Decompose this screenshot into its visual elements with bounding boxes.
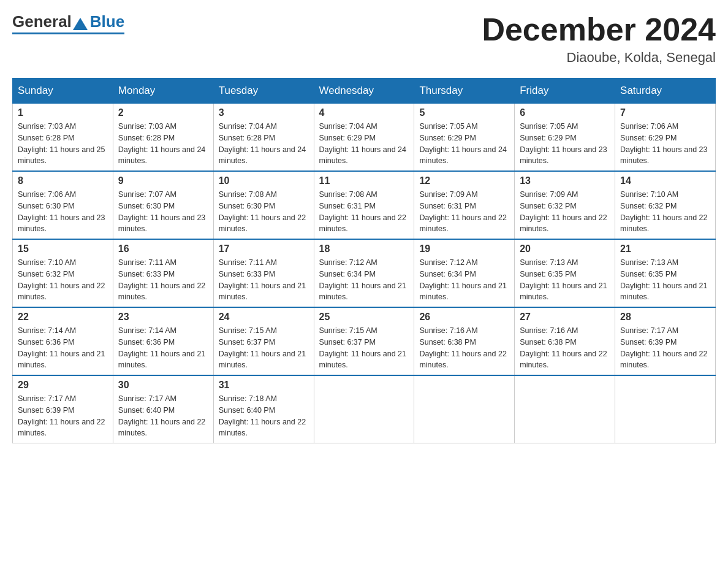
day-info: Sunrise: 7:18 AM Sunset: 6:40 PM Dayligh… [219,393,309,439]
calendar-cell: 21 Sunrise: 7:13 AM Sunset: 6:35 PM Dayl… [615,239,716,307]
day-info: Sunrise: 7:05 AM Sunset: 6:29 PM Dayligh… [419,121,509,167]
day-info: Sunrise: 7:15 AM Sunset: 6:37 PM Dayligh… [219,325,309,371]
calendar-cell: 25 Sunrise: 7:15 AM Sunset: 6:37 PM Dayl… [314,307,414,375]
calendar-cell: 31 Sunrise: 7:18 AM Sunset: 6:40 PM Dayl… [213,375,314,443]
calendar-cell: 6 Sunrise: 7:05 AM Sunset: 6:29 PM Dayli… [515,104,615,172]
day-info: Sunrise: 7:03 AM Sunset: 6:28 PM Dayligh… [118,121,208,167]
calendar-cell: 23 Sunrise: 7:14 AM Sunset: 6:36 PM Dayl… [113,307,213,375]
calendar-cell: 13 Sunrise: 7:09 AM Sunset: 6:32 PM Dayl… [515,171,615,239]
calendar-cell: 16 Sunrise: 7:11 AM Sunset: 6:33 PM Dayl… [113,239,213,307]
calendar-cell: 18 Sunrise: 7:12 AM Sunset: 6:34 PM Dayl… [314,239,414,307]
day-info: Sunrise: 7:11 AM Sunset: 6:33 PM Dayligh… [118,257,208,303]
day-number: 23 [118,312,208,323]
day-info: Sunrise: 7:12 AM Sunset: 6:34 PM Dayligh… [419,257,509,303]
calendar-cell: 29 Sunrise: 7:17 AM Sunset: 6:39 PM Dayl… [13,375,113,443]
calendar-cell: 12 Sunrise: 7:09 AM Sunset: 6:31 PM Dayl… [414,171,515,239]
day-info: Sunrise: 7:06 AM Sunset: 6:29 PM Dayligh… [620,121,710,167]
header-cell-friday: Friday [515,79,615,104]
day-number: 24 [219,312,309,323]
calendar-cell: 28 Sunrise: 7:17 AM Sunset: 6:39 PM Dayl… [615,307,716,375]
day-number: 22 [18,312,108,323]
day-number: 17 [219,243,309,255]
header-cell-wednesday: Wednesday [314,79,414,104]
day-info: Sunrise: 7:14 AM Sunset: 6:36 PM Dayligh… [18,325,108,371]
day-number: 4 [319,107,409,118]
day-number: 20 [520,243,610,255]
day-info: Sunrise: 7:07 AM Sunset: 6:30 PM Dayligh… [118,189,208,235]
calendar-cell: 2 Sunrise: 7:03 AM Sunset: 6:28 PM Dayli… [113,104,213,172]
header-row: SundayMondayTuesdayWednesdayThursdayFrid… [13,79,716,104]
calendar-week-5: 29 Sunrise: 7:17 AM Sunset: 6:39 PM Dayl… [13,375,716,443]
calendar-cell: 1 Sunrise: 7:03 AM Sunset: 6:28 PM Dayli… [13,104,113,172]
page-header: General Blue December 2024 Diaoube, Kold… [12,12,716,66]
calendar-body: 1 Sunrise: 7:03 AM Sunset: 6:28 PM Dayli… [13,104,716,443]
day-number: 8 [18,175,108,186]
day-info: Sunrise: 7:10 AM Sunset: 6:32 PM Dayligh… [18,257,108,303]
calendar-cell: 5 Sunrise: 7:05 AM Sunset: 6:29 PM Dayli… [414,104,515,172]
calendar-table: SundayMondayTuesdayWednesdayThursdayFrid… [12,78,716,443]
calendar-cell: 26 Sunrise: 7:16 AM Sunset: 6:38 PM Dayl… [414,307,515,375]
day-info: Sunrise: 7:04 AM Sunset: 6:29 PM Dayligh… [319,121,409,167]
calendar-week-2: 8 Sunrise: 7:06 AM Sunset: 6:30 PM Dayli… [13,171,716,239]
day-info: Sunrise: 7:04 AM Sunset: 6:28 PM Dayligh… [219,121,309,167]
day-info: Sunrise: 7:16 AM Sunset: 6:38 PM Dayligh… [419,325,509,371]
calendar-cell: 14 Sunrise: 7:10 AM Sunset: 6:32 PM Dayl… [615,171,716,239]
day-number: 18 [319,243,409,255]
calendar-cell [615,375,716,443]
day-info: Sunrise: 7:12 AM Sunset: 6:34 PM Dayligh… [319,257,409,303]
day-info: Sunrise: 7:06 AM Sunset: 6:30 PM Dayligh… [18,189,108,235]
day-info: Sunrise: 7:14 AM Sunset: 6:36 PM Dayligh… [118,325,208,371]
day-number: 3 [219,107,309,118]
logo-blue-text: Blue [90,12,124,31]
calendar-cell: 27 Sunrise: 7:16 AM Sunset: 6:38 PM Dayl… [515,307,615,375]
day-number: 2 [118,107,208,118]
header-cell-saturday: Saturday [615,79,716,104]
day-number: 21 [620,243,710,255]
header-cell-sunday: Sunday [13,79,113,104]
calendar-cell: 4 Sunrise: 7:04 AM Sunset: 6:29 PM Dayli… [314,104,414,172]
header-cell-monday: Monday [113,79,213,104]
month-title: December 2024 [482,12,716,47]
day-info: Sunrise: 7:13 AM Sunset: 6:35 PM Dayligh… [620,257,710,303]
calendar-cell: 8 Sunrise: 7:06 AM Sunset: 6:30 PM Dayli… [13,171,113,239]
calendar-cell: 9 Sunrise: 7:07 AM Sunset: 6:30 PM Dayli… [113,171,213,239]
day-number: 15 [18,243,108,255]
calendar-week-1: 1 Sunrise: 7:03 AM Sunset: 6:28 PM Dayli… [13,104,716,172]
header-cell-thursday: Thursday [414,79,515,104]
day-info: Sunrise: 7:08 AM Sunset: 6:31 PM Dayligh… [319,189,409,235]
day-info: Sunrise: 7:13 AM Sunset: 6:35 PM Dayligh… [520,257,610,303]
day-info: Sunrise: 7:09 AM Sunset: 6:31 PM Dayligh… [419,189,509,235]
day-number: 6 [520,107,610,118]
calendar-week-4: 22 Sunrise: 7:14 AM Sunset: 6:36 PM Dayl… [13,307,716,375]
calendar-cell: 10 Sunrise: 7:08 AM Sunset: 6:30 PM Dayl… [213,171,314,239]
day-info: Sunrise: 7:16 AM Sunset: 6:38 PM Dayligh… [520,325,610,371]
day-number: 7 [620,107,710,118]
logo-triangle-icon [73,18,88,30]
day-number: 29 [18,380,108,391]
day-number: 16 [118,243,208,255]
day-info: Sunrise: 7:17 AM Sunset: 6:40 PM Dayligh… [118,393,208,439]
day-info: Sunrise: 7:03 AM Sunset: 6:28 PM Dayligh… [18,121,108,167]
day-number: 30 [118,380,208,391]
calendar-cell: 3 Sunrise: 7:04 AM Sunset: 6:28 PM Dayli… [213,104,314,172]
location-subtitle: Diaoube, Kolda, Senegal [482,50,716,66]
day-number: 27 [520,312,610,323]
day-info: Sunrise: 7:17 AM Sunset: 6:39 PM Dayligh… [620,325,710,371]
calendar-cell: 15 Sunrise: 7:10 AM Sunset: 6:32 PM Dayl… [13,239,113,307]
day-number: 28 [620,312,710,323]
day-number: 9 [118,175,208,186]
day-number: 19 [419,243,509,255]
calendar-cell [414,375,515,443]
day-number: 12 [419,175,509,186]
calendar-cell: 7 Sunrise: 7:06 AM Sunset: 6:29 PM Dayli… [615,104,716,172]
day-number: 10 [219,175,309,186]
day-info: Sunrise: 7:09 AM Sunset: 6:32 PM Dayligh… [520,189,610,235]
day-info: Sunrise: 7:05 AM Sunset: 6:29 PM Dayligh… [520,121,610,167]
day-number: 5 [419,107,509,118]
day-info: Sunrise: 7:10 AM Sunset: 6:32 PM Dayligh… [620,189,710,235]
day-number: 1 [18,107,108,118]
header-cell-tuesday: Tuesday [213,79,314,104]
calendar-cell: 24 Sunrise: 7:15 AM Sunset: 6:37 PM Dayl… [213,307,314,375]
logo-underline [12,33,124,34]
day-number: 13 [520,175,610,186]
